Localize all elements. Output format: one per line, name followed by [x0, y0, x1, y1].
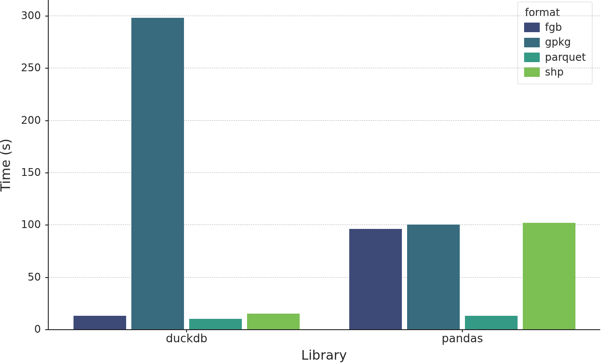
plot-area: format fgbgpkgparquetshp 050100150200250… — [48, 0, 600, 330]
y-tick-label: 300 — [21, 10, 49, 22]
y-tick-label: 100 — [21, 218, 49, 231]
y-tick-label: 0 — [34, 323, 49, 335]
legend-swatch — [524, 23, 540, 32]
x-tick-label: pandas — [442, 329, 483, 345]
bar — [523, 223, 575, 329]
x-tick-label: duckdb — [166, 329, 207, 345]
bar — [247, 314, 299, 329]
legend-title: format — [524, 7, 586, 19]
gridline — [49, 16, 600, 16]
legend: format fgbgpkgparquetshp — [518, 2, 592, 84]
x-axis-label: Library — [48, 347, 600, 363]
legend-label: parquet — [545, 50, 586, 64]
legend-row: shp — [524, 65, 586, 79]
legend-swatch — [524, 67, 540, 77]
bar — [189, 319, 241, 329]
bar — [407, 225, 459, 329]
y-axis-label: Time (s) — [0, 139, 13, 192]
legend-swatch — [524, 53, 540, 62]
bar — [349, 229, 401, 329]
bar — [465, 316, 517, 329]
legend-label: fgb — [545, 20, 562, 34]
legend-row: parquet — [524, 50, 586, 64]
y-tick-label: 50 — [27, 271, 49, 283]
bar — [74, 316, 126, 329]
legend-label: shp — [545, 65, 564, 79]
y-tick-label: 250 — [21, 62, 49, 74]
y-tick-label: 150 — [21, 166, 49, 179]
legend-label: gpkg — [545, 35, 571, 49]
bar — [131, 18, 184, 329]
bar-chart: Time (s) Library format fgbgpkgparquetsh… — [0, 0, 615, 364]
legend-row: gpkg — [524, 35, 586, 49]
y-tick-label: 200 — [21, 114, 49, 126]
legend-swatch — [524, 38, 540, 47]
legend-row: fgb — [524, 20, 586, 34]
